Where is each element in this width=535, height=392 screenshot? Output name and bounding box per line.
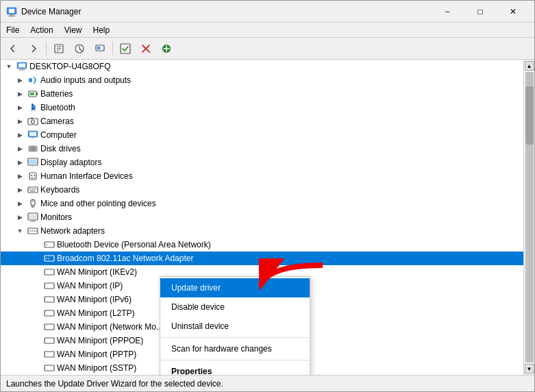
list-item[interactable]: ▶ Computer [1,128,523,142]
svg-rect-30 [31,137,35,138]
wan-ipv6-label: WAN Miniport (IPv6) [57,295,132,304]
status-bar: Launches the Update Driver Wizard for th… [1,375,534,391]
svg-rect-43 [34,188,36,190]
svg-rect-35 [29,160,37,164]
ctx-properties[interactable]: Properties [160,362,310,375]
bt-pan-label: Bluetooth Device (Personal Area Network) [57,240,211,249]
list-item[interactable]: ▶ Display adaptors [1,156,523,169]
display-expand[interactable]: ▶ [14,157,25,168]
broadcom-item[interactable]: ▶ Broadcom 802.11ac Network Adapter [1,252,523,265]
list-item[interactable]: ▶ Audio inputs and outputs [1,73,523,87]
wan-pppoe-icon [44,335,55,346]
bluetooth-expand[interactable]: ▶ [14,102,25,113]
maximize-button[interactable]: □ [464,1,496,23]
window-controls: − □ ✕ [432,1,529,23]
cameras-label: Cameras [40,117,74,126]
disk-expand[interactable]: ▶ [14,143,25,154]
list-item[interactable]: ▶ Bluetooth Device (Personal Area Networ… [1,238,523,252]
minimize-button[interactable]: − [432,1,463,23]
toolbar-remove[interactable] [136,40,155,58]
list-item[interactable]: ▶ Keyboards [1,183,523,197]
computer-label: Computer [40,130,77,140]
list-item[interactable]: ▶ Cameras [1,114,523,128]
disk-icon [27,143,38,154]
cameras-expand[interactable]: ▶ [14,116,25,127]
list-item[interactable]: ▶ Human Interface Devices [1,169,523,183]
list-item[interactable]: ▼ Network adapters [1,224,523,238]
svg-point-47 [32,205,34,208]
menu-help[interactable]: Help [88,23,116,37]
list-item[interactable]: ▶ Mice and other pointing devices [1,197,523,210]
mice-expand[interactable]: ▶ [14,198,25,209]
batteries-label: Batteries [40,89,73,99]
list-item[interactable]: ▶ Disk drives [1,142,523,156]
keyboards-icon [27,184,38,195]
close-button[interactable]: ✕ [497,1,529,23]
svg-point-33 [32,148,34,149]
svg-rect-18 [18,64,25,68]
batteries-expand[interactable]: ▶ [14,88,25,99]
toolbar-properties[interactable] [49,40,69,58]
svg-rect-67 [45,338,54,343]
toolbar-forward[interactable] [24,40,43,58]
menu-file[interactable]: File [1,23,25,37]
svg-rect-68 [45,352,54,357]
list-item[interactable]: ▶ Monitors [1,210,523,224]
device-tree[interactable]: ▼ DESKTOP-U4G8OFQ ▶ [1,60,523,375]
ctx-scan-hardware[interactable]: Scan for hardware changes [160,339,310,358]
svg-rect-2 [10,14,14,16]
toolbar-update-driver[interactable] [70,40,89,58]
computer-expand[interactable]: ▶ [14,130,25,140]
toolbar-separator-2 [112,42,113,56]
ctx-update-driver[interactable]: Update driver [160,278,310,297]
svg-rect-49 [29,215,37,219]
mice-label: Mice and other pointing devices [40,199,156,208]
wan-nm-label: WAN Miniport (Network Mo... [57,322,163,332]
list-item[interactable]: ▶ Batteries [1,87,523,101]
toolbar [1,38,534,60]
toolbar-disable[interactable] [90,40,110,58]
computer-icon2 [27,130,38,140]
audio-expand[interactable]: ▶ [14,75,25,86]
menu-action[interactable]: Action [25,23,58,37]
network-expand[interactable]: ▼ [14,225,25,236]
broadcom-label: Broadcom 802.11ac Network Adapter [57,254,193,263]
scrollbar[interactable]: ▲ ▼ [523,60,534,375]
scroll-up-button[interactable]: ▲ [525,61,534,71]
tree-root[interactable]: ▼ DESKTOP-U4G8OFQ [1,60,523,73]
mice-icon [27,198,38,209]
menu-view[interactable]: View [59,23,88,37]
wan-nm-icon [44,321,55,332]
toolbar-add[interactable] [157,40,176,58]
cameras-icon [27,116,38,127]
ctx-disable-device[interactable]: Disable device [160,297,310,317]
svg-rect-20 [18,70,25,71]
monitors-icon [27,212,38,223]
svg-rect-69 [45,365,54,371]
svg-point-26 [32,120,35,123]
root-expand[interactable]: ▼ [3,61,14,72]
keyboards-expand[interactable]: ▶ [14,184,25,195]
scroll-down-button[interactable]: ▼ [525,364,534,373]
svg-rect-36 [32,165,34,167]
wan-l2tp-label: WAN Miniport (L2TP) [57,308,135,318]
svg-rect-23 [36,93,38,95]
monitors-expand[interactable]: ▶ [14,212,25,223]
svg-rect-66 [45,324,54,330]
list-item[interactable]: ▶ Bluetooth [1,101,523,114]
root-label: DESKTOP-U4G8OFQ [29,62,110,71]
batteries-icon [27,88,38,99]
ctx-uninstall-device[interactable]: Uninstall device [160,317,310,336]
disk-label: Disk drives [40,144,81,154]
svg-point-38 [31,175,32,176]
scroll-thumb[interactable] [525,72,534,363]
wan-ip-icon [44,280,55,291]
hid-icon [27,171,38,182]
toolbar-scan[interactable] [116,40,135,58]
hid-expand[interactable]: ▶ [14,171,25,182]
toolbar-back[interactable] [3,40,23,58]
svg-rect-19 [20,69,24,70]
keyboards-label: Keyboards [40,185,79,195]
hid-label: Human Interface Devices [40,171,133,181]
bt-pan-icon [44,239,55,250]
